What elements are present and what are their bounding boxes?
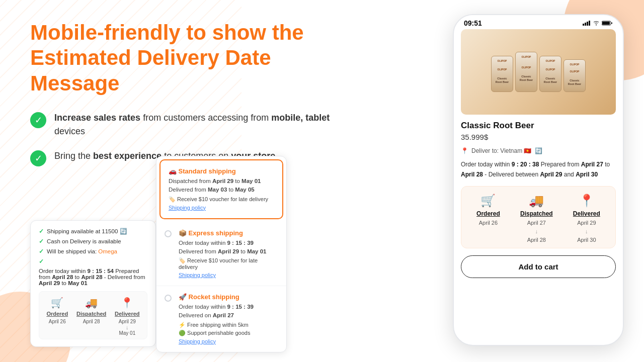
- standard-delivered: Delivered from May 03 to May 05: [169, 186, 274, 194]
- phone-order-timer: Order today within 9 : 20 : 38 Prepared …: [461, 159, 616, 180]
- bullet-text-1: Increase sales rates from customers acce…: [54, 111, 362, 138]
- deliver-row: 📍 Deliver to: Vietnam 🇻🇳 🔄: [461, 147, 616, 154]
- phone-dispatched-arrow: ↓: [535, 228, 538, 234]
- rocket-title: 🚀 Rocket shipping: [179, 293, 278, 301]
- express-voucher: 🏷️ Receive $10 voucher for late delivery: [179, 257, 278, 270]
- check-icon-1: ✓: [30, 112, 46, 128]
- omega-link[interactable]: Omega: [98, 248, 117, 254]
- svg-rect-6: [611, 23, 612, 24]
- svg-rect-3: [589, 21, 590, 26]
- can-3: OLIPOP ClassicRoot Beer: [539, 56, 561, 92]
- phone-status-icons: [583, 21, 613, 26]
- ordered-label: Ordered: [46, 311, 68, 317]
- check-icon-2: ✓: [30, 150, 46, 166]
- check-available: ✓: [39, 228, 44, 235]
- order-timer-row: ✓ Order today within 9 : 15 : 54 Prepare…: [39, 258, 147, 286]
- phone-mockup: 09:51 OLIPOP ClassicRoot Beer OLIPOP Cla…: [453, 14, 624, 346]
- timeline-step-ordered: 🛒 Ordered April 26: [46, 297, 68, 324]
- delivered-label: Delivered: [115, 311, 140, 317]
- svg-rect-0: [583, 24, 584, 26]
- truck-icon: 🚚: [85, 297, 98, 309]
- phone-delivered-label: Delivered: [573, 210, 600, 217]
- express-shipping-option[interactable]: 📦 Express shipping Order today within 9 …: [156, 222, 286, 287]
- express-delivered: Delivered from April 29 to May 01: [179, 247, 278, 256]
- phone-delivered-date2: April 30: [577, 237, 596, 243]
- standard-title: 🚗 Standard shipping: [169, 167, 274, 175]
- product-name: Classic Root Beer: [461, 121, 616, 131]
- svg-rect-5: [602, 22, 610, 25]
- deliver-label: Deliver to: Vietnam 🇻🇳: [471, 147, 532, 154]
- shipping-available-row: ✓ Shipping available at 11500 🔄: [39, 228, 147, 235]
- rocket-timer: Order today within 9 : 15 : 39: [179, 303, 278, 311]
- pin-emoji: 📍: [461, 147, 468, 154]
- cod-text: Cash on Delivery is available: [47, 238, 121, 244]
- add-to-cart-button[interactable]: Add to cart: [461, 255, 616, 278]
- timeline-step-delivered: 📍 Delivered April 29 ↓ May 01: [115, 297, 140, 336]
- phone-time: 09:51: [464, 19, 482, 27]
- rocket-delivered: Delivered on April 27: [179, 311, 278, 320]
- shipping-available-text: Shipping available at 11500 🔄: [47, 228, 127, 235]
- timeline-step-dispatched: 🚚 Dispatched April 28: [76, 297, 106, 324]
- product-image: OLIPOP ClassicRoot Beer OLIPOP ClassicRo…: [461, 29, 616, 115]
- bullet-item-1: ✓ Increase sales rates from customers ac…: [30, 111, 362, 138]
- refresh-icon[interactable]: 🔄: [535, 147, 542, 154]
- phone-dispatched-date2: April 28: [527, 237, 546, 243]
- rocket-free-shipping: ⚡ Free shipping within 5km: [179, 322, 278, 328]
- order-timer-text: Order today within 9 : 15 : 54 Prepared …: [39, 268, 147, 286]
- express-timer: Order today within 9 : 15 : 39: [179, 239, 278, 247]
- standard-dispatch: Dispatched from April 29 to May 01: [169, 177, 274, 186]
- can-4: OLIPOP ClassicRoot Beer: [564, 59, 586, 92]
- cart-icon: 🛒: [51, 297, 63, 309]
- signal-icon: [583, 21, 591, 26]
- phone-ordered-date: April 26: [479, 220, 498, 226]
- ship-via-text: Will be shipped via: Omega: [47, 248, 117, 254]
- phone-ordered-label: Ordered: [476, 210, 500, 217]
- express-policy-link[interactable]: Shipping policy: [179, 272, 216, 278]
- phone-content: OLIPOP ClassicRoot Beer OLIPOP ClassicRo…: [454, 29, 623, 345]
- phone-delivered-date1: April 29: [577, 220, 596, 226]
- check-ship-via: ✓: [39, 248, 44, 255]
- rocket-radio[interactable]: [165, 295, 172, 302]
- can-2: OLIPOP ClassicRoot Beer: [515, 52, 537, 92]
- rocket-perishable: 🟢 Support perishable goods: [179, 330, 278, 336]
- ordered-date: April 26: [49, 319, 66, 324]
- product-price: 35.999$: [461, 133, 616, 141]
- phone-delivered-step: 📍 Delivered April 29 ↓ April 30: [573, 194, 600, 243]
- phone-status-bar: 09:51: [454, 15, 623, 29]
- cod-row: ✓ Cash on Delivery is available: [39, 238, 147, 245]
- dispatched-date: April 28: [83, 319, 100, 324]
- phone-dispatched-label: Dispatched: [520, 210, 553, 217]
- standard-shipping-option[interactable]: 🚗 Standard shipping Dispatched from Apri…: [159, 159, 283, 219]
- small-timeline: 🛒 Ordered April 26 🚚 Dispatched April 28…: [39, 291, 147, 339]
- wifi-icon: [593, 21, 600, 26]
- phone-delivered-arrow: ↓: [585, 228, 588, 234]
- svg-rect-2: [587, 22, 588, 26]
- check-cod: ✓: [39, 238, 44, 245]
- standard-policy-link[interactable]: Shipping policy: [169, 205, 206, 211]
- shipping-options-card: 🚗 Standard shipping Dispatched from Apri…: [156, 156, 287, 352]
- arrow-down: ↓: [126, 324, 129, 330]
- can-1: OLIPOP ClassicRoot Beer: [491, 56, 513, 92]
- phone-dispatched-date1: April 27: [527, 220, 546, 226]
- rocket-shipping-option[interactable]: 🚀 Rocket shipping Order today within 9 :…: [156, 286, 286, 352]
- phone-timeline: 🛒 Ordered April 26 🚚 Dispatched April 27…: [461, 186, 616, 248]
- rocket-policy-link[interactable]: Shipping policy: [179, 338, 216, 344]
- phone-ordered-step: 🛒 Ordered April 26: [476, 194, 500, 226]
- can-group: OLIPOP ClassicRoot Beer OLIPOP ClassicRo…: [491, 52, 586, 92]
- delivered-dates: April 29 ↓ May 01: [119, 319, 136, 336]
- ship-via-row: ✓ Will be shipped via: Omega: [39, 248, 147, 255]
- express-radio[interactable]: [165, 230, 172, 237]
- standard-voucher: 🏷️ Receive $10 voucher for late delivery: [169, 196, 274, 203]
- battery-icon: [602, 21, 613, 26]
- phone-pin-icon: 📍: [579, 194, 594, 208]
- phone-cart-icon: 🛒: [480, 194, 496, 208]
- phone-truck-icon: 🚚: [529, 194, 544, 208]
- svg-rect-1: [585, 23, 586, 26]
- check-order-timer: ✓: [39, 258, 44, 265]
- small-shipping-card: ✓ Shipping available at 11500 🔄 ✓ Cash o…: [30, 220, 156, 347]
- phone-dispatched-step: 🚚 Dispatched April 27 ↓ April 28: [520, 194, 553, 243]
- pin-icon: 📍: [121, 297, 133, 309]
- express-title: 📦 Express shipping: [179, 229, 278, 237]
- dispatched-label: Dispatched: [76, 311, 106, 317]
- main-title: Mobile-friendly to show the Estimated De…: [30, 20, 362, 96]
